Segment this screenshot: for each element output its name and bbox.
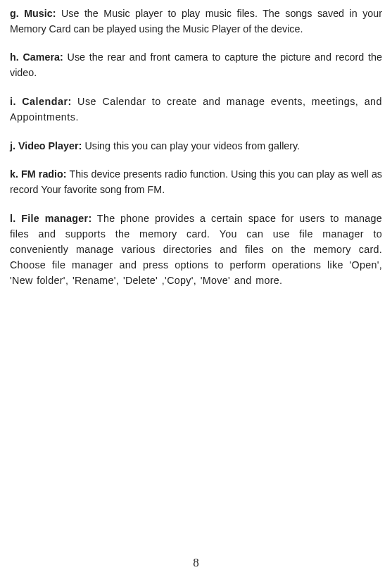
section-text-video: Using this you can play your videos from… (82, 140, 301, 151)
section-file-manager: l. File manager: The phone provides a ce… (10, 211, 382, 289)
page-number: 8 (0, 556, 392, 570)
section-label-camera: h. Camera: (10, 51, 63, 63)
section-text-camera: Use the rear and front camera to capture… (10, 51, 382, 78)
section-label-file-manager: l. File manager: (10, 213, 91, 224)
section-video-player: j. Video Player: Using this you can play… (10, 137, 382, 154)
section-calendar: i. Calendar: Use Calendar to create and … (10, 94, 382, 125)
section-label-video-prefix: j. (10, 140, 15, 151)
section-music: g. Music: Use the Music player to play m… (10, 6, 382, 37)
section-fm-radio: k. FM radio: This device presents radio … (10, 166, 382, 197)
section-label-calendar: i. Calendar: (10, 96, 72, 107)
section-label-video-main: Video Player (15, 140, 79, 151)
section-label-fm: k. FM radio: (10, 168, 67, 180)
document-content: g. Music: Use the Music player to play m… (10, 6, 382, 288)
section-label-music: g. Music: (10, 8, 56, 19)
section-text-music: Use the Music player to play music files… (10, 8, 382, 35)
section-camera: h. Camera: Use the rear and front camera… (10, 49, 382, 80)
